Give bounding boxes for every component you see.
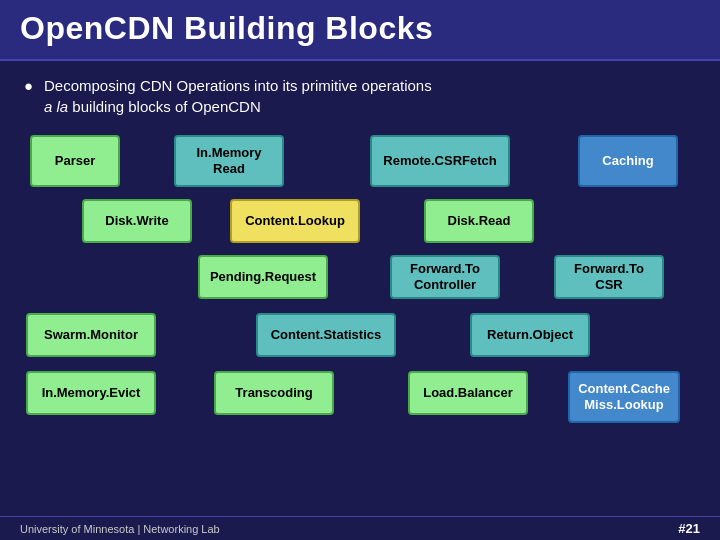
block-forward-to-controller: Forward.ToController (390, 255, 500, 299)
block-in-memory-read: In.MemoryRead (174, 135, 284, 187)
block-content-statistics: Content.Statistics (256, 313, 396, 357)
block-disk-write: Disk.Write (82, 199, 192, 243)
bullet-text-line2: building blocks of OpenCDN (72, 98, 260, 115)
slide-number: #21 (678, 521, 700, 536)
content-area: Decomposing CDN Operations into its prim… (0, 61, 720, 516)
block-disk-read: Disk.Read (424, 199, 534, 243)
block-content-cache-miss-lookup: Content.CacheMiss.Lookup (568, 371, 680, 423)
block-return-object: Return.Object (470, 313, 590, 357)
footer: University of Minnesota | Networking Lab… (0, 516, 720, 540)
block-parser: Parser (30, 135, 120, 187)
block-pending-request: Pending.Request (198, 255, 328, 299)
block-content-lookup: Content.Lookup (230, 199, 360, 243)
block-swarm-monitor: Swarm.Monitor (26, 313, 156, 357)
bullet-italic: a la (44, 98, 68, 115)
block-load-balancer: Load.Balancer (408, 371, 528, 415)
blocks-container: ParserIn.MemoryReadRemote.CSRFetchCachin… (20, 131, 700, 508)
slide-title: OpenCDN Building Blocks (20, 10, 433, 46)
block-in-memory-evict: In.Memory.Evict (26, 371, 156, 415)
slide: OpenCDN Building Blocks Decomposing CDN … (0, 0, 720, 540)
bullet-text-line1: Decomposing CDN Operations into its prim… (44, 77, 432, 94)
block-caching: Caching (578, 135, 678, 187)
block-transcoding: Transcoding (214, 371, 334, 415)
footer-university: University of Minnesota | Networking Lab (20, 523, 220, 535)
title-bar: OpenCDN Building Blocks (0, 0, 720, 61)
block-remote-csr-fetch: Remote.CSRFetch (370, 135, 510, 187)
bullet-point: Decomposing CDN Operations into its prim… (20, 75, 700, 117)
block-forward-to-csr: Forward.ToCSR (554, 255, 664, 299)
